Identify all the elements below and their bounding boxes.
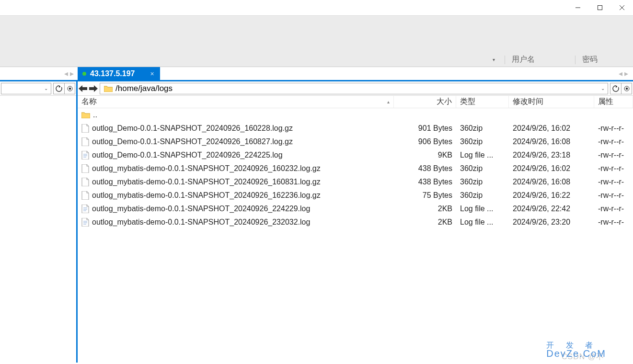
remote-stop-button[interactable] xyxy=(621,83,632,94)
watermark-csdn: CSDN @不 xyxy=(562,352,604,362)
toolbar-area: ▾ 用户名 密码 xyxy=(0,15,633,67)
file-row[interactable]: outlog_mybatis-demo-0.0.1-SNAPSHOT_20240… xyxy=(78,189,633,202)
archive-file-icon xyxy=(81,191,89,200)
log-file-icon xyxy=(81,218,89,227)
file-attr: -rw-r--r- xyxy=(594,164,633,173)
file-row[interactable]: outlog_mybatis-demo-0.0.1-SNAPSHOT_20240… xyxy=(78,175,633,189)
file-row[interactable]: outlog_mybatis-demo-0.0.1-SNAPSHOT_20240… xyxy=(78,202,633,216)
local-refresh-button[interactable] xyxy=(54,83,64,94)
status-dot-icon xyxy=(82,72,86,76)
local-navbar: ⌄ xyxy=(0,81,76,96)
file-type: 360zip xyxy=(456,164,509,173)
file-size: 438 Bytes xyxy=(394,178,456,186)
file-modified: 2024/9/26, 16:08 xyxy=(509,137,594,146)
file-name: outlog_Demo-0.0.1-SNAPSHOT_20240926_2242… xyxy=(92,151,283,159)
file-size: 438 Bytes xyxy=(394,164,456,173)
file-modified: 2024/9/26, 16:08 xyxy=(509,178,594,186)
file-size: 9KB xyxy=(394,151,456,159)
file-size: 906 Bytes xyxy=(394,137,456,146)
username-label: 用户名 xyxy=(512,55,535,65)
dropdown-caret[interactable]: ▾ xyxy=(490,57,498,62)
remote-path-combo[interactable]: /home/java/logs ⌄ xyxy=(100,83,608,94)
file-row[interactable]: outlog_mybatis-demo-0.0.1-SNAPSHOT_20240… xyxy=(78,162,633,175)
file-size: 901 Bytes xyxy=(394,124,456,133)
log-file-icon xyxy=(81,151,89,159)
file-row[interactable]: outlog_mybatis-demo-0.0.1-SNAPSHOT_20240… xyxy=(78,216,633,229)
nav-forward-button[interactable] xyxy=(88,83,99,94)
tab-close-icon[interactable]: × xyxy=(150,70,154,78)
file-attr: -rw-r--r- xyxy=(594,218,633,227)
window-titlebar xyxy=(0,0,633,15)
file-attr: -rw-r--r- xyxy=(594,151,633,159)
archive-file-icon xyxy=(81,164,89,173)
file-row[interactable]: outlog_Demo-0.0.1-SNAPSHOT_20240926_1602… xyxy=(78,122,633,135)
file-name: outlog_mybatis-demo-0.0.1-SNAPSHOT_20240… xyxy=(92,164,321,173)
separator xyxy=(575,56,575,64)
close-button[interactable] xyxy=(611,0,633,15)
svg-rect-0 xyxy=(598,6,602,10)
col-attr[interactable]: 属性 xyxy=(594,96,633,108)
file-type: 360zip xyxy=(456,124,509,133)
tab-scroll-left[interactable]: ◂▸ xyxy=(0,67,78,80)
password-label: 密码 xyxy=(582,55,598,65)
col-type[interactable]: 类型 xyxy=(456,96,509,108)
column-headers: 名称▴ 大小 类型 修改时间 属性 xyxy=(78,96,633,108)
file-name: outlog_mybatis-demo-0.0.1-SNAPSHOT_20240… xyxy=(92,191,321,200)
svg-rect-4 xyxy=(626,88,628,90)
log-file-icon xyxy=(81,205,89,213)
maximize-button[interactable] xyxy=(589,0,611,15)
chevron-down-icon[interactable]: ⌄ xyxy=(598,86,608,91)
remote-file-list[interactable]: .. outlog_Demo-0.0.1-SNAPSHOT_20240926_1… xyxy=(78,108,633,363)
file-type: Log file ... xyxy=(456,205,509,213)
file-attr: -rw-r--r- xyxy=(594,178,633,186)
folder-icon xyxy=(104,85,113,92)
local-stop-button[interactable] xyxy=(64,83,75,94)
nav-back-button[interactable] xyxy=(78,83,88,94)
file-type: Log file ... xyxy=(456,218,509,227)
file-size: 2KB xyxy=(394,205,456,213)
chevron-down-icon[interactable]: ⌄ xyxy=(41,86,51,91)
svg-rect-2 xyxy=(69,88,71,90)
file-name: outlog_Demo-0.0.1-SNAPSHOT_20240926_1602… xyxy=(92,124,293,133)
connection-tab[interactable]: 43.137.5.197 × xyxy=(78,67,160,80)
file-attr: -rw-r--r- xyxy=(594,124,633,133)
file-modified: 2024/9/26, 16:02 xyxy=(509,164,594,173)
sort-asc-icon: ▴ xyxy=(387,99,390,104)
file-row[interactable]: outlog_Demo-0.0.1-SNAPSHOT_20240926_2242… xyxy=(78,148,633,162)
parent-dir-label: .. xyxy=(93,111,97,119)
col-size[interactable]: 大小 xyxy=(394,96,456,108)
file-attr: -rw-r--r- xyxy=(594,191,633,200)
tab-scroll-right[interactable]: ◂▸ xyxy=(619,67,633,80)
parent-dir-row[interactable]: .. xyxy=(78,108,633,122)
file-modified: 2024/9/26, 16:02 xyxy=(509,124,594,133)
col-name[interactable]: 名称▴ xyxy=(78,96,394,108)
remote-pane: /home/java/logs ⌄ 名称▴ 大小 类型 修改时间 属性 xyxy=(78,81,633,363)
file-size: 75 Bytes xyxy=(394,191,456,200)
archive-file-icon xyxy=(81,137,89,146)
local-file-list[interactable] xyxy=(0,96,76,363)
file-modified: 2024/9/26, 23:20 xyxy=(509,218,594,227)
separator xyxy=(505,56,505,64)
tab-label: 43.137.5.197 xyxy=(90,69,135,78)
remote-refresh-button[interactable] xyxy=(610,83,621,94)
file-row[interactable]: outlog_Demo-0.0.1-SNAPSHOT_20240926_1608… xyxy=(78,135,633,148)
remote-navbar: /home/java/logs ⌄ xyxy=(78,81,633,96)
folder-icon xyxy=(81,112,90,118)
minimize-button[interactable] xyxy=(567,0,589,15)
file-name: outlog_Demo-0.0.1-SNAPSHOT_20240926_1608… xyxy=(92,137,293,146)
file-type: 360zip xyxy=(456,137,509,146)
file-name: outlog_mybatis-demo-0.0.1-SNAPSHOT_20240… xyxy=(92,205,310,213)
file-modified: 2024/9/26, 22:42 xyxy=(509,205,594,213)
tab-row: ◂▸ 43.137.5.197 × ◂▸ xyxy=(0,67,633,81)
file-type: 360zip xyxy=(456,178,509,186)
file-name: outlog_mybatis-demo-0.0.1-SNAPSHOT_20240… xyxy=(92,218,310,227)
file-attr: -rw-r--r- xyxy=(594,137,633,146)
file-modified: 2024/9/26, 23:18 xyxy=(509,151,594,159)
remote-path: /home/java/logs xyxy=(115,84,598,93)
file-type: 360zip xyxy=(456,191,509,200)
local-path-combo[interactable]: ⌄ xyxy=(1,83,51,94)
archive-file-icon xyxy=(81,178,89,186)
col-modified[interactable]: 修改时间 xyxy=(509,96,594,108)
file-size: 2KB xyxy=(394,218,456,227)
file-modified: 2024/9/26, 16:22 xyxy=(509,191,594,200)
